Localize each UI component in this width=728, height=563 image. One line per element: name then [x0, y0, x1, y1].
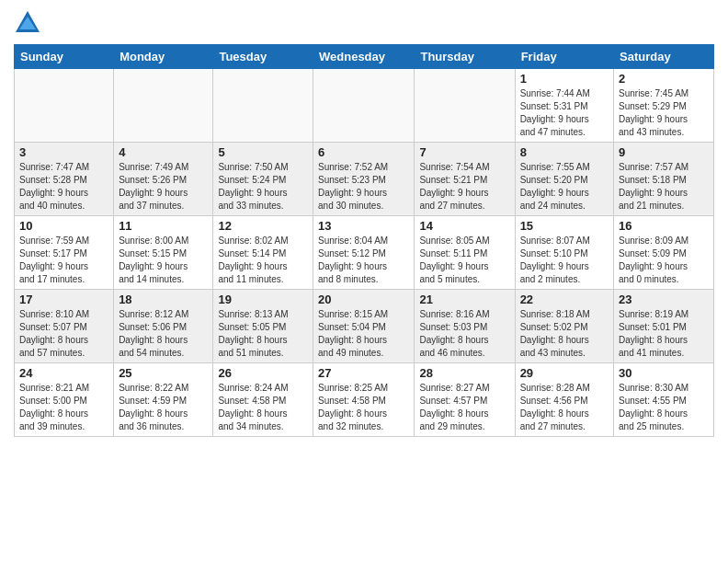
logo: [14, 9, 45, 37]
day-number: 25: [119, 366, 208, 380]
day-info: Sunrise: 8:04 AM Sunset: 5:12 PM Dayligh…: [318, 235, 409, 286]
calendar-cell: 23Sunrise: 8:19 AM Sunset: 5:01 PM Dayli…: [614, 290, 714, 363]
day-info: Sunrise: 7:45 AM Sunset: 5:29 PM Dayligh…: [619, 87, 709, 139]
calendar-cell: [415, 69, 515, 143]
day-info: Sunrise: 8:25 AM Sunset: 4:58 PM Dayligh…: [318, 382, 409, 433]
calendar-cell: 17Sunrise: 8:10 AM Sunset: 5:07 PM Dayli…: [15, 290, 114, 363]
calendar-week-row: 24Sunrise: 8:21 AM Sunset: 5:00 PM Dayli…: [15, 363, 714, 437]
day-number: 3: [19, 145, 108, 159]
calendar-cell: 21Sunrise: 8:16 AM Sunset: 5:03 PM Dayli…: [415, 290, 515, 363]
calendar-cell: 27Sunrise: 8:25 AM Sunset: 4:58 PM Dayli…: [313, 363, 415, 437]
day-info: Sunrise: 7:50 AM Sunset: 5:24 PM Dayligh…: [218, 161, 308, 213]
day-number: 20: [318, 293, 409, 306]
day-number: 13: [318, 219, 409, 233]
day-number: 8: [520, 145, 609, 159]
calendar-cell: 2Sunrise: 7:45 AM Sunset: 5:29 PM Daylig…: [614, 69, 714, 143]
calendar-cell: 22Sunrise: 8:18 AM Sunset: 5:02 PM Dayli…: [515, 290, 613, 363]
day-info: Sunrise: 8:00 AM Sunset: 5:15 PM Dayligh…: [119, 235, 208, 286]
day-number: 11: [119, 219, 208, 233]
day-number: 2: [619, 72, 709, 86]
day-info: Sunrise: 8:09 AM Sunset: 5:09 PM Dayligh…: [619, 235, 709, 286]
day-info: Sunrise: 8:21 AM Sunset: 5:00 PM Dayligh…: [19, 382, 108, 433]
calendar-cell: 1Sunrise: 7:44 AM Sunset: 5:31 PM Daylig…: [515, 69, 613, 143]
calendar-cell: [213, 69, 313, 143]
day-info: Sunrise: 8:22 AM Sunset: 4:59 PM Dayligh…: [119, 382, 208, 433]
calendar-header-wednesday: Wednesday: [313, 45, 415, 69]
day-number: 12: [218, 219, 308, 233]
day-number: 14: [419, 219, 509, 233]
day-info: Sunrise: 8:13 AM Sunset: 5:05 PM Dayligh…: [218, 308, 308, 360]
day-number: 30: [619, 366, 709, 380]
day-number: 22: [520, 293, 609, 306]
calendar: SundayMondayTuesdayWednesdayThursdayFrid…: [14, 44, 714, 437]
day-info: Sunrise: 8:30 AM Sunset: 4:55 PM Dayligh…: [619, 382, 709, 433]
day-number: 29: [520, 366, 609, 380]
calendar-cell: 5Sunrise: 7:50 AM Sunset: 5:24 PM Daylig…: [213, 143, 313, 216]
day-info: Sunrise: 7:47 AM Sunset: 5:28 PM Dayligh…: [19, 161, 108, 213]
day-info: Sunrise: 8:24 AM Sunset: 4:58 PM Dayligh…: [218, 382, 308, 433]
calendar-week-row: 1Sunrise: 7:44 AM Sunset: 5:31 PM Daylig…: [15, 69, 714, 143]
day-number: 5: [218, 145, 308, 159]
calendar-cell: 25Sunrise: 8:22 AM Sunset: 4:59 PM Dayli…: [114, 363, 213, 437]
day-number: 24: [19, 366, 108, 380]
day-number: 17: [19, 293, 108, 306]
calendar-header-sunday: Sunday: [15, 45, 114, 69]
calendar-header-friday: Friday: [515, 45, 613, 69]
day-number: 1: [520, 72, 609, 86]
day-number: 23: [619, 293, 709, 306]
calendar-header-saturday: Saturday: [614, 45, 714, 69]
logo-icon: [14, 9, 41, 37]
calendar-cell: 28Sunrise: 8:27 AM Sunset: 4:57 PM Dayli…: [415, 363, 515, 437]
day-number: 27: [318, 366, 409, 380]
calendar-cell: 24Sunrise: 8:21 AM Sunset: 5:00 PM Dayli…: [15, 363, 114, 437]
day-info: Sunrise: 8:18 AM Sunset: 5:02 PM Dayligh…: [520, 308, 609, 360]
day-info: Sunrise: 7:54 AM Sunset: 5:21 PM Dayligh…: [419, 161, 509, 213]
calendar-header-row: SundayMondayTuesdayWednesdayThursdayFrid…: [15, 45, 714, 69]
day-info: Sunrise: 8:28 AM Sunset: 4:56 PM Dayligh…: [520, 382, 609, 433]
calendar-cell: 10Sunrise: 7:59 AM Sunset: 5:17 PM Dayli…: [15, 216, 114, 290]
day-info: Sunrise: 7:52 AM Sunset: 5:23 PM Dayligh…: [318, 161, 409, 213]
calendar-cell: 16Sunrise: 8:09 AM Sunset: 5:09 PM Dayli…: [614, 216, 714, 290]
day-info: Sunrise: 8:15 AM Sunset: 5:04 PM Dayligh…: [318, 308, 409, 360]
calendar-cell: 18Sunrise: 8:12 AM Sunset: 5:06 PM Dayli…: [114, 290, 213, 363]
day-info: Sunrise: 8:19 AM Sunset: 5:01 PM Dayligh…: [619, 308, 709, 360]
calendar-week-row: 17Sunrise: 8:10 AM Sunset: 5:07 PM Dayli…: [15, 290, 714, 363]
calendar-cell: 26Sunrise: 8:24 AM Sunset: 4:58 PM Dayli…: [213, 363, 313, 437]
day-number: 10: [19, 219, 108, 233]
calendar-cell: 8Sunrise: 7:55 AM Sunset: 5:20 PM Daylig…: [515, 143, 613, 216]
day-number: 18: [119, 293, 208, 306]
calendar-cell: [15, 69, 114, 143]
calendar-header-thursday: Thursday: [415, 45, 515, 69]
day-info: Sunrise: 8:12 AM Sunset: 5:06 PM Dayligh…: [119, 308, 208, 360]
calendar-cell: 11Sunrise: 8:00 AM Sunset: 5:15 PM Dayli…: [114, 216, 213, 290]
calendar-cell: 13Sunrise: 8:04 AM Sunset: 5:12 PM Dayli…: [313, 216, 415, 290]
calendar-cell: 20Sunrise: 8:15 AM Sunset: 5:04 PM Dayli…: [313, 290, 415, 363]
day-number: 9: [619, 145, 709, 159]
day-number: 16: [619, 219, 709, 233]
calendar-cell: 29Sunrise: 8:28 AM Sunset: 4:56 PM Dayli…: [515, 363, 613, 437]
day-number: 4: [119, 145, 208, 159]
day-info: Sunrise: 7:57 AM Sunset: 5:18 PM Dayligh…: [619, 161, 709, 213]
day-number: 6: [318, 145, 409, 159]
calendar-cell: 7Sunrise: 7:54 AM Sunset: 5:21 PM Daylig…: [415, 143, 515, 216]
calendar-cell: 30Sunrise: 8:30 AM Sunset: 4:55 PM Dayli…: [614, 363, 714, 437]
calendar-cell: 15Sunrise: 8:07 AM Sunset: 5:10 PM Dayli…: [515, 216, 613, 290]
calendar-cell: 4Sunrise: 7:49 AM Sunset: 5:26 PM Daylig…: [114, 143, 213, 216]
header: [14, 9, 714, 37]
calendar-week-row: 10Sunrise: 7:59 AM Sunset: 5:17 PM Dayli…: [15, 216, 714, 290]
day-info: Sunrise: 7:55 AM Sunset: 5:20 PM Dayligh…: [520, 161, 609, 213]
calendar-week-row: 3Sunrise: 7:47 AM Sunset: 5:28 PM Daylig…: [15, 143, 714, 216]
calendar-cell: 14Sunrise: 8:05 AM Sunset: 5:11 PM Dayli…: [415, 216, 515, 290]
day-info: Sunrise: 7:59 AM Sunset: 5:17 PM Dayligh…: [19, 235, 108, 286]
calendar-cell: 9Sunrise: 7:57 AM Sunset: 5:18 PM Daylig…: [614, 143, 714, 216]
day-number: 26: [218, 366, 308, 380]
calendar-header-tuesday: Tuesday: [213, 45, 313, 69]
calendar-cell: 3Sunrise: 7:47 AM Sunset: 5:28 PM Daylig…: [15, 143, 114, 216]
page: SundayMondayTuesdayWednesdayThursdayFrid…: [0, 0, 728, 446]
calendar-cell: 19Sunrise: 8:13 AM Sunset: 5:05 PM Dayli…: [213, 290, 313, 363]
day-info: Sunrise: 7:49 AM Sunset: 5:26 PM Dayligh…: [119, 161, 208, 213]
day-info: Sunrise: 8:02 AM Sunset: 5:14 PM Dayligh…: [218, 235, 308, 286]
day-number: 15: [520, 219, 609, 233]
day-number: 21: [419, 293, 509, 306]
calendar-header-monday: Monday: [114, 45, 213, 69]
